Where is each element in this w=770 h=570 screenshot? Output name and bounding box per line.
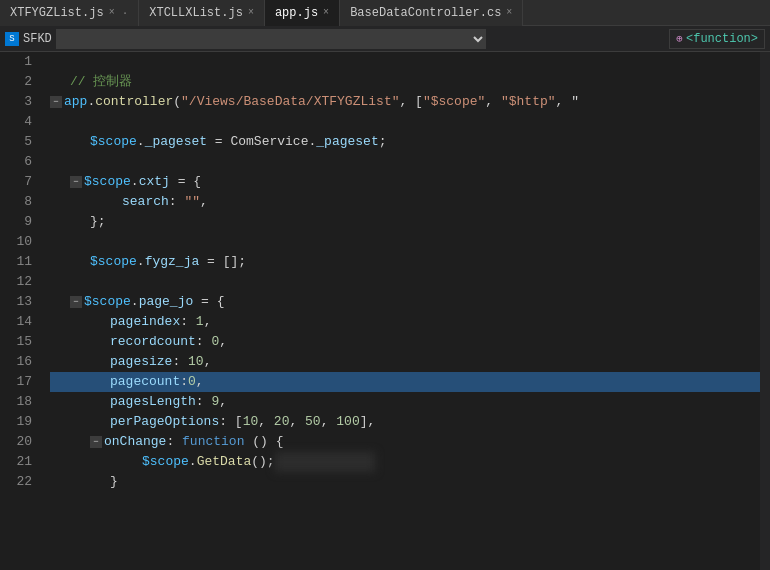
sfkd-icon: S xyxy=(5,32,19,46)
line-num-20: 20 xyxy=(0,432,32,452)
code-line-18: pagesLength: 9, xyxy=(50,392,760,412)
tab-basedatacontroller[interactable]: BaseDataController.cs × xyxy=(340,0,523,26)
code-line-5: $scope._pageset = ComService._pageset; xyxy=(50,132,760,152)
collapse-icon-7[interactable]: − xyxy=(70,176,82,188)
line-num-8: 8 xyxy=(0,192,32,212)
sfkd-text: SFKD xyxy=(23,32,52,46)
code-line-21: $scope.GetData(); xyxy=(50,452,760,472)
collapse-icon-3[interactable]: − xyxy=(50,96,62,108)
code-line-7: − $scope.cxtj = { xyxy=(50,172,760,192)
scope-dropdown[interactable] xyxy=(56,29,486,49)
tab-label: XTCLLXList.js xyxy=(149,6,243,20)
app-ref: app xyxy=(64,92,87,112)
line-num-16: 16 xyxy=(0,352,32,372)
tab-xtcllxlist[interactable]: XTCLLXList.js × xyxy=(139,0,265,26)
editor: 1 2 3 4 5 6 7 8 9 10 11 12 13 14 15 16 1… xyxy=(0,52,770,570)
line-num-6: 6 xyxy=(0,152,32,172)
toolbar-right: ⊕ <function> xyxy=(669,29,765,49)
code-line-11: $scope.fygz_ja = []; xyxy=(50,252,760,272)
line-num-3: 3 xyxy=(0,92,32,112)
code-line-6 xyxy=(50,152,760,172)
tab-label: app.js xyxy=(275,6,318,20)
line-num-4: 4 xyxy=(0,112,32,132)
code-line-13: − $scope.page_jo = { xyxy=(50,292,760,312)
line-num-18: 18 xyxy=(0,392,32,412)
function-icon: ⊕ xyxy=(676,32,683,45)
tab-separator: · xyxy=(122,7,129,19)
function-badge: ⊕ <function> xyxy=(669,29,765,49)
collapse-icon-20[interactable]: − xyxy=(90,436,102,448)
sfkd-label: S SFKD xyxy=(5,32,52,46)
tab-close-xtcllxlist[interactable]: × xyxy=(248,7,254,18)
code-line-9: }; xyxy=(50,212,760,232)
line-num-2: 2 xyxy=(0,72,32,92)
minimap xyxy=(760,52,770,570)
code-line-10 xyxy=(50,232,760,252)
line-num-10: 10 xyxy=(0,232,32,252)
code-area[interactable]: // 控制器 − app.controller("/Views/BaseData… xyxy=(40,52,760,570)
line-num-12: 12 xyxy=(0,272,32,292)
line-numbers: 1 2 3 4 5 6 7 8 9 10 11 12 13 14 15 16 1… xyxy=(0,52,40,570)
line-num-14: 14 xyxy=(0,312,32,332)
code-line-3: − app.controller("/Views/BaseData/XTFYGZ… xyxy=(50,92,760,112)
line-num-22: 22 xyxy=(0,472,32,492)
code-line-19: perPageOptions: [10, 20, 50, 100], xyxy=(50,412,760,432)
line-num-13: 13 xyxy=(0,292,32,312)
line-num-15: 15 xyxy=(0,332,32,352)
code-line-1 xyxy=(50,52,760,72)
line-num-7: 7 xyxy=(0,172,32,192)
code-line-22: } xyxy=(50,472,760,492)
function-label: <function> xyxy=(686,32,758,46)
tab-app[interactable]: app.js × xyxy=(265,0,340,26)
comment-2: // 控制器 xyxy=(50,72,132,92)
line-num-9: 9 xyxy=(0,212,32,232)
line-num-19: 19 xyxy=(0,412,32,432)
code-line-8: search: "", xyxy=(50,192,760,212)
tab-close-basedatacontroller[interactable]: × xyxy=(506,7,512,18)
code-line-4 xyxy=(50,112,760,132)
line-num-17: 17 xyxy=(0,372,32,392)
line-num-21: 21 xyxy=(0,452,32,472)
code-line-12 xyxy=(50,272,760,292)
tab-bar: XTFYGZList.js × · XTCLLXList.js × app.js… xyxy=(0,0,770,26)
tab-close-app[interactable]: × xyxy=(323,7,329,18)
tab-label: BaseDataController.cs xyxy=(350,6,501,20)
toolbar: S SFKD ⊕ <function> xyxy=(0,26,770,52)
line-num-1: 1 xyxy=(0,52,32,72)
collapse-icon-13[interactable]: − xyxy=(70,296,82,308)
tab-xtfygzlist[interactable]: XTFYGZList.js × · xyxy=(0,0,139,26)
toolbar-left: S SFKD xyxy=(5,29,669,49)
code-line-15: recordcount: 0, xyxy=(50,332,760,352)
code-line-16: pagesize: 10, xyxy=(50,352,760,372)
code-line-14: pageindex: 1, xyxy=(50,312,760,332)
tab-close-xtfygzlist[interactable]: × xyxy=(109,7,115,18)
blurred-area-21 xyxy=(275,452,375,472)
code-line-17: pagecount:0, xyxy=(50,372,760,392)
code-line-20: − onChange: function () { xyxy=(50,432,760,452)
line-num-11: 11 xyxy=(0,252,32,272)
code-line-2: // 控制器 xyxy=(50,72,760,92)
line-num-5: 5 xyxy=(0,132,32,152)
tab-label: XTFYGZList.js xyxy=(10,6,104,20)
